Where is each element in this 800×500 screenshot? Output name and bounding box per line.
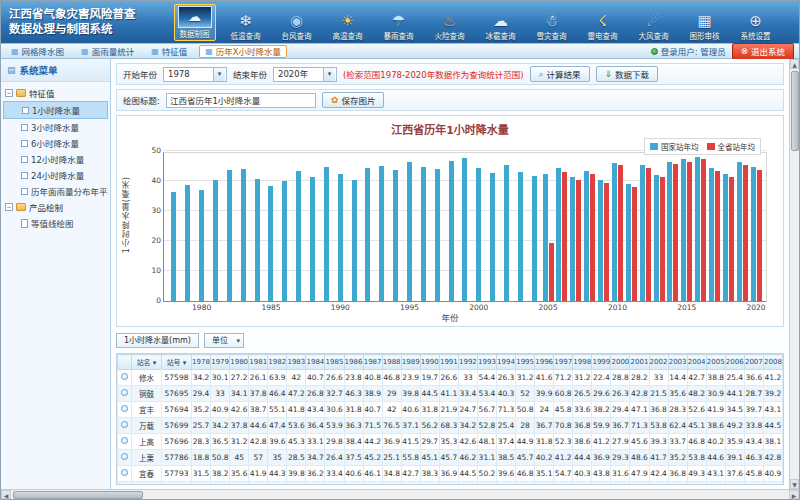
sidebar-item-1小时降水量[interactable]: 1小时降水量 — [3, 101, 108, 119]
column-header[interactable]: 站号 ▾ — [162, 355, 192, 370]
chart-bar — [681, 159, 686, 301]
value-cell: 34.8 — [382, 466, 401, 482]
chart-panel: 江西省历年1小时降水量 国家站年均全省站年均 1小时降水量(毫米) 010203… — [116, 115, 784, 327]
chart-bar — [255, 179, 260, 301]
calculate-button[interactable]: ⌕ 计算结果 — [530, 66, 590, 82]
sidebar-item-24小时降水量[interactable]: 24小时降水量 — [3, 167, 108, 183]
toolbar-button-fire-risk[interactable]: ♨火险查询 — [429, 13, 471, 41]
chart-bar — [743, 165, 748, 301]
value-cell: 52.8 — [477, 418, 496, 434]
toolbar-button-typhoon[interactable]: ◉台风查询 — [276, 13, 318, 41]
table-row[interactable]: 宜丰5769435.240.942.638.755.141.843.430.63… — [118, 402, 783, 418]
value-cell: 45.2 — [363, 450, 382, 466]
toolbar-button-review[interactable]: ▦图形审核 — [684, 13, 726, 41]
expander-icon[interactable] — [5, 203, 13, 211]
checkbox-icon[interactable] — [22, 107, 29, 114]
settings-icon: ⊕ — [749, 13, 762, 30]
value-cell: 40.3 — [573, 466, 592, 482]
row-select-icon[interactable] — [121, 469, 128, 476]
horizontal-scrollbar[interactable]: ◀ ▶ — [1, 489, 799, 499]
sidebar-tree: 特征值1小时降水量3小时降水量6小时降水量12小时降水量24小时降水量历年面雨量… — [1, 82, 110, 234]
download-button[interactable]: ⇓ 数据下载 — [596, 66, 659, 82]
value-cell: 43.4 — [458, 482, 477, 486]
fire-risk-icon: ♨ — [443, 13, 456, 30]
scroll-right-arrow-icon[interactable]: ▶ — [789, 490, 799, 499]
scroll-down-arrow-icon[interactable]: ▼ — [790, 479, 799, 489]
sidebar-item-6小时降水量[interactable]: 6小时降水量 — [3, 135, 108, 151]
value-cell: 31.8 — [420, 402, 439, 418]
toolbar-button-low-temp[interactable]: ❄低温查询 — [225, 13, 267, 41]
sidebar-item-等值线绘图[interactable]: 等值线绘图 — [3, 215, 108, 231]
value-cell: 36.7 — [535, 418, 554, 434]
checkbox-icon[interactable] — [21, 172, 28, 179]
tab-item[interactable]: ▦特征值 — [146, 45, 192, 58]
value-cell: 38.1 — [497, 482, 516, 486]
checkbox-icon[interactable] — [21, 188, 28, 195]
table-variable-chip[interactable]: 1小时降水量(mm) — [116, 333, 199, 348]
value-cell: 36.7 — [611, 418, 630, 434]
value-cell: 57 — [249, 450, 268, 466]
checkbox-icon[interactable] — [21, 124, 28, 131]
logout-button[interactable]: ⊗ 退出系统 — [732, 43, 794, 60]
toolbar-button-high-temp[interactable]: ☀高温查询 — [327, 13, 369, 41]
row-select-icon[interactable] — [121, 453, 128, 460]
unit-dropdown[interactable]: 单位 — [204, 333, 244, 348]
toolbar-button-settings[interactable]: ⊕系统设置 — [735, 13, 777, 41]
toolbar-button-wind[interactable]: ☄大风查询 — [633, 13, 675, 41]
chart-bar — [590, 174, 595, 302]
value-cell: 26.6 — [439, 370, 458, 386]
table-row[interactable]: 修水5759834.230.127.226.163.94240.726.623.… — [118, 370, 783, 386]
station-name-cell: 万载 — [132, 418, 162, 434]
start-year-select[interactable]: 1978 — [163, 67, 227, 82]
tab-grid-icon: ▦ — [205, 47, 213, 56]
expander-icon[interactable] — [5, 89, 13, 97]
horizontal-scroll-thumb[interactable] — [13, 491, 143, 499]
tab-item[interactable]: ▦面雨量统计 — [76, 45, 139, 58]
toolbar-button-snow[interactable]: ☃雪灾查询 — [531, 13, 573, 41]
row-select-icon[interactable] — [121, 437, 128, 444]
table-row[interactable]: 铜鼓5769529.43334.137.846.447.226.832.746.… — [118, 386, 783, 402]
save-image-button[interactable]: ✿ 保存图片 — [322, 92, 385, 108]
checkbox-icon[interactable] — [21, 156, 28, 163]
value-cell: 18.8 — [192, 450, 211, 466]
table-row[interactable]: 上栗5778618.850.845573528.534.726.437.545.… — [118, 450, 783, 466]
value-cell: 25.4 — [497, 418, 516, 434]
value-cell: 40.2 — [535, 450, 554, 466]
sidebar-item-历年面雨量分布年平均值[interactable]: 历年面雨量分布年平均值 — [3, 183, 108, 199]
tab-item[interactable]: ▦历年X小时降水量 — [199, 45, 287, 58]
sidebar-item-产品绘制[interactable]: 产品绘制 — [3, 199, 108, 215]
vertical-scroll-thumb[interactable] — [791, 71, 799, 151]
table-row[interactable]: 萍乡5778722.436.833.540.245.738.935.331.63… — [118, 482, 783, 486]
row-select-icon[interactable] — [121, 389, 128, 396]
row-select-icon[interactable] — [121, 405, 128, 412]
column-header[interactable]: 站名 ▾ — [132, 355, 162, 370]
sidebar-item-特征值[interactable]: 特征值 — [3, 85, 108, 101]
vertical-scrollbar[interactable]: ▲ ▼ — [789, 59, 799, 489]
row-select-icon[interactable] — [121, 373, 128, 380]
toolbar-button-rainstorm[interactable]: ☂暴雨查询 — [378, 13, 420, 41]
toolbar-button-label: 台风查询 — [282, 30, 312, 41]
value-cell: 39.8 — [287, 466, 306, 482]
toolbar-button-hail[interactable]: ☁冰雹查询 — [480, 13, 522, 41]
scroll-left-arrow-icon[interactable]: ◀ — [1, 490, 11, 499]
toolbar-button-mapping[interactable]: ☁数据制图 — [174, 4, 216, 41]
plot-title-input[interactable] — [166, 93, 316, 108]
end-year-select[interactable]: 2020年 — [273, 67, 337, 82]
chart-bar — [751, 167, 756, 301]
checkbox-icon[interactable] — [21, 140, 28, 147]
bar-group-1993 — [375, 153, 389, 301]
chart-bar — [171, 192, 176, 301]
chart-bar — [407, 162, 412, 301]
y-tick-label: 10 — [141, 266, 161, 275]
sidebar-item-3小时降水量[interactable]: 3小时降水量 — [3, 119, 108, 135]
sidebar-title: 系统菜单 — [20, 63, 58, 77]
table-row[interactable]: 上高5769628.336.531.242.839.645.333.129.83… — [118, 434, 783, 450]
row-select-icon[interactable] — [121, 421, 128, 428]
sidebar-item-12小时降水量[interactable]: 12小时降水量 — [3, 151, 108, 167]
scroll-up-arrow-icon[interactable]: ▲ — [790, 59, 799, 69]
table-row[interactable]: 宜春5779331.538.235.641.944.339.836.233.44… — [118, 466, 783, 482]
tab-item[interactable]: ▦网格降水图 — [6, 45, 69, 58]
table-row[interactable]: 万载5769925.734.237.844.647.453.636.453.93… — [118, 418, 783, 434]
value-cell: 47.9 — [630, 466, 649, 482]
toolbar-button-lightning[interactable]: ☇雷电查询 — [582, 13, 624, 41]
